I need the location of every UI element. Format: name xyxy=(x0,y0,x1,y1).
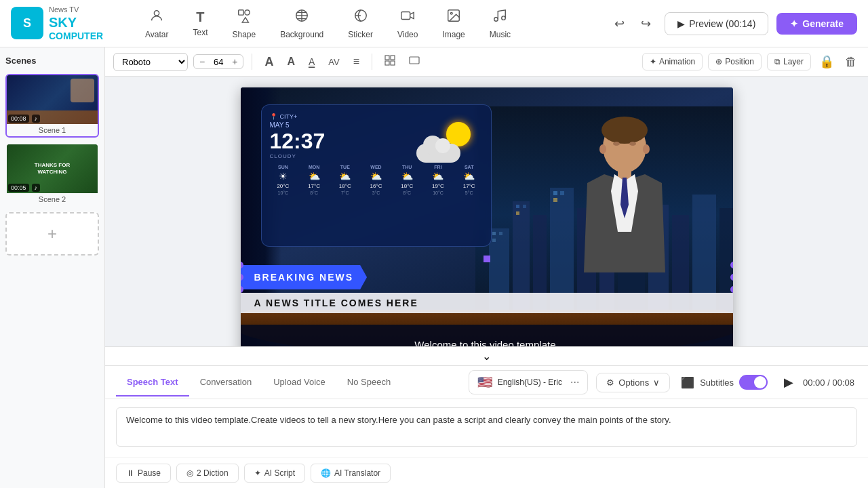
scene-2-music-icon: ♪ xyxy=(32,184,41,192)
ai-translator-button[interactable]: 🌐 AI Translator xyxy=(311,464,391,483)
font-size-large-button[interactable]: A xyxy=(260,52,277,72)
ai-script-icon: ✦ xyxy=(254,468,261,478)
day-icon: ⛅ xyxy=(339,171,351,182)
svg-rect-16 xyxy=(391,56,395,60)
tab-conversation[interactable]: Conversation xyxy=(189,369,263,396)
logo-text: News TV SKY COMPUTER xyxy=(49,5,103,42)
day-lo: 7°C xyxy=(341,190,349,195)
music-icon xyxy=(492,8,507,27)
font-family-select[interactable]: Roboto xyxy=(113,53,188,71)
font-size-value: 64 xyxy=(210,57,226,67)
preview-play-icon: ▶ xyxy=(677,18,685,29)
subtitles-label: Subtitles xyxy=(700,378,734,388)
weather-day-sat: SAT ⛅ 17°C 5°C xyxy=(456,165,483,195)
video-icon xyxy=(400,8,415,27)
grid-button[interactable] xyxy=(380,52,399,71)
svg-point-46 xyxy=(629,142,636,146)
diction-icon: ◎ xyxy=(186,468,193,478)
text-align-button[interactable]: ≡ xyxy=(349,53,363,70)
day-icon: ⛅ xyxy=(432,171,443,182)
font-size-control: − 64 + xyxy=(193,54,243,69)
weather-widget: 📍 CITY+ MAY 5 12:37 CLOUDY SUN ☀ 2 xyxy=(261,104,492,247)
subtitles-toggle[interactable] xyxy=(739,375,768,390)
scene-2-badges: 00:05 ♪ xyxy=(8,184,40,192)
main-content: Scenes 00:08 ♪ Scene 1 THANKS FORWATCHIN… xyxy=(0,47,868,488)
scene-1-thumbnail[interactable]: 00:08 ♪ Scene 1 xyxy=(5,74,99,138)
position-button[interactable]: ⊕ Position xyxy=(708,53,762,70)
scene-1-preview: 00:08 ♪ xyxy=(7,75,98,124)
voice-more-button[interactable]: ··· xyxy=(570,376,579,388)
breaking-news-container[interactable]: BREAKING NEWS xyxy=(241,256,733,289)
toolbar-right-actions: ✦ Animation ⊕ Position ⧉ Layer 🔒 🗑 xyxy=(642,52,860,72)
font-bold-button[interactable]: A xyxy=(283,53,299,70)
toolbar-item-text[interactable]: T Text xyxy=(183,5,217,41)
avatar-label: Avatar xyxy=(145,30,168,39)
play-button[interactable]: ▶ xyxy=(784,375,793,390)
toolbar-item-shape[interactable]: Shape xyxy=(222,4,265,43)
speech-textarea[interactable] xyxy=(116,407,857,447)
tab-speech-text[interactable]: Speech Text xyxy=(116,369,189,396)
undo-redo-group: ↩ ↪ xyxy=(609,14,656,34)
add-scene-button[interactable]: + xyxy=(5,212,99,256)
scene-1-name: Scene 1 xyxy=(7,124,98,136)
toolbar-item-music[interactable]: Music xyxy=(480,4,520,43)
upload-voice-tab-label: Upload Voice xyxy=(273,377,326,387)
conversation-tab-label: Conversation xyxy=(200,377,252,387)
toolbar-item-avatar[interactable]: Avatar xyxy=(136,4,178,43)
bottom-panel: Speech Text Conversation Upload Voice No… xyxy=(105,365,868,488)
right-handle xyxy=(730,274,733,281)
options-chevron-icon: ∨ xyxy=(653,378,660,388)
frame-button[interactable] xyxy=(405,52,424,71)
top-handle-bar xyxy=(241,256,733,262)
layer-button[interactable]: ⧉ Layer xyxy=(767,53,811,70)
tab-no-speech[interactable]: No Speech xyxy=(336,369,401,396)
layer-icon: ⧉ xyxy=(774,57,781,66)
toolbar-item-sticker[interactable]: Sticker xyxy=(338,4,382,43)
pause-icon: ⏸ xyxy=(126,468,134,478)
background-label: Background xyxy=(280,30,323,39)
redo-button[interactable]: ↪ xyxy=(635,14,656,34)
collapse-button[interactable]: ⌄ xyxy=(105,346,868,365)
logo-news-label: News TV xyxy=(49,5,103,14)
font-strikethrough-button[interactable]: A xyxy=(304,54,319,70)
news-title-bar: A NEWS TITLE COMES HERE xyxy=(241,293,733,313)
voice-selector[interactable]: 🇺🇸 English(US) - Eric ··· xyxy=(469,370,589,394)
day-hi: 19°C xyxy=(432,183,444,189)
lock-button[interactable]: 🔒 xyxy=(816,52,837,72)
news-title-text: A NEWS TITLE COMES HERE xyxy=(254,298,418,308)
breaking-news-text: BREAKING NEWS xyxy=(254,272,354,283)
canvas[interactable]: 📍 CITY+ MAY 5 12:37 CLOUDY SUN ☀ 2 xyxy=(241,87,733,346)
animation-button[interactable]: ✦ Animation xyxy=(642,53,703,70)
diction-button[interactable]: ◎ 2 Diction xyxy=(176,464,239,483)
toolbar-item-background[interactable]: Background xyxy=(271,4,333,43)
svg-rect-1 xyxy=(239,9,243,14)
font-size-increase-button[interactable]: + xyxy=(229,56,240,67)
day-hi: 18°C xyxy=(401,183,413,189)
shape-label: Shape xyxy=(232,30,256,39)
day-name: WED xyxy=(370,165,381,169)
delete-button[interactable]: 🗑 xyxy=(842,52,860,72)
svg-point-0 xyxy=(155,10,159,15)
day-name: MON xyxy=(309,165,319,169)
toolbar-item-image[interactable]: Image xyxy=(433,4,474,43)
ai-script-button[interactable]: ✦ AI Script xyxy=(244,464,305,483)
time-display: 00:00 / 00:08 xyxy=(797,378,860,388)
preview-button[interactable]: ▶ Preview (00:14) xyxy=(665,12,768,35)
voice-name: English(US) - Eric xyxy=(498,378,562,387)
pause-button[interactable]: ⏸ Pause xyxy=(116,464,171,483)
letter-spacing-button[interactable]: AV xyxy=(324,54,343,70)
day-icon: ⛅ xyxy=(463,171,475,182)
flag-icon: 🇺🇸 xyxy=(477,375,492,390)
preview-label: Preview (00:14) xyxy=(689,18,755,29)
generate-button[interactable]: ✦ Generate xyxy=(776,13,857,35)
ai-script-label: AI Script xyxy=(264,468,295,478)
top-toolbar: S News TV SKY COMPUTER Avatar T Text xyxy=(0,0,868,47)
toolbar-item-video[interactable]: Video xyxy=(388,4,427,43)
scene-2-thumbnail[interactable]: THANKS FORWATCHING 00:05 ♪ Scene 2 xyxy=(5,143,99,207)
tab-upload-voice[interactable]: Upload Voice xyxy=(262,369,336,396)
undo-button[interactable]: ↩ xyxy=(609,14,630,34)
subtitles-icon: ⬛ xyxy=(681,376,694,389)
toolbar-right: ↩ ↪ ▶ Preview (00:14) ✦ Generate xyxy=(609,12,857,35)
options-button[interactable]: ⚙ Options ∨ xyxy=(596,373,670,392)
font-size-decrease-button[interactable]: − xyxy=(197,56,208,67)
